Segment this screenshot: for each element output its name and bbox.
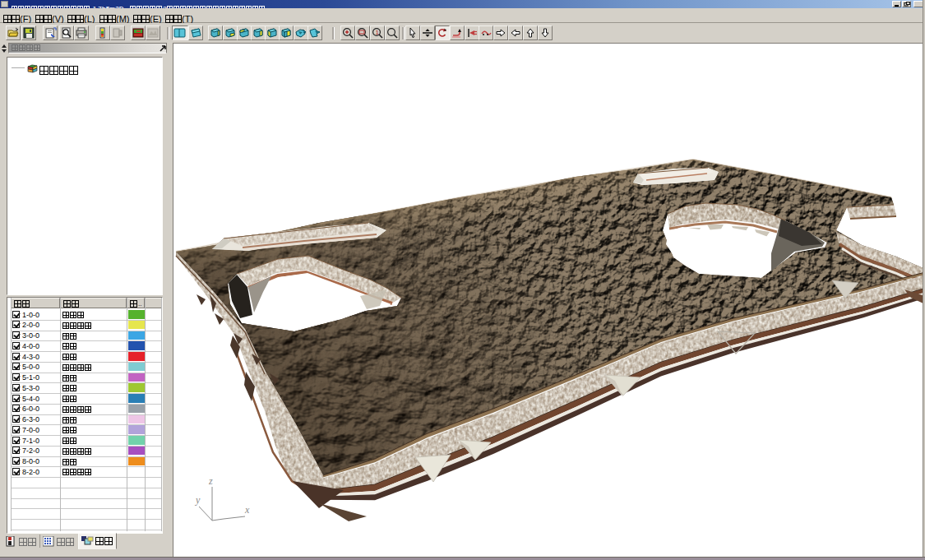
svg-text:x: x	[244, 504, 250, 516]
svg-text:1: 1	[376, 29, 380, 36]
svg-text:z: z	[208, 475, 213, 487]
svg-text:y: y	[195, 494, 201, 506]
